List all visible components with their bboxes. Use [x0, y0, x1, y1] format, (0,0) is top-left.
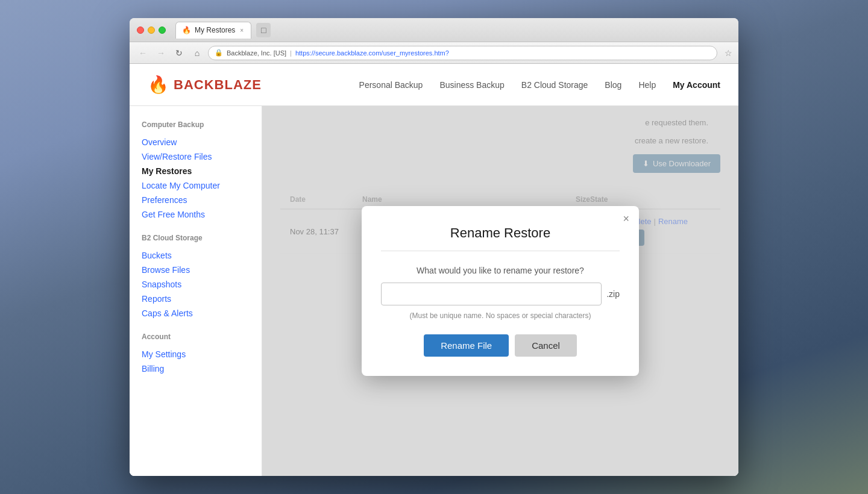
logo: 🔥 BACKBLAZE: [148, 75, 262, 95]
sidebar-item-snapshots[interactable]: Snapshots: [142, 277, 250, 292]
nav-blog[interactable]: Blog: [605, 80, 621, 90]
flame-icon: 🔥: [148, 75, 169, 95]
modal-divider: [381, 251, 620, 251]
navigation-bar: ← → ↻ ⌂ 🔒 Backblaze, Inc. [US] | https:/…: [130, 42, 738, 64]
sidebar: Computer Backup Overview View/Restore Fi…: [130, 106, 262, 476]
rename-input[interactable]: [381, 283, 602, 305]
sidebar-section-account-label: Account: [142, 333, 250, 341]
logo-text-black: BACK: [174, 77, 215, 92]
sidebar-item-reports[interactable]: Reports: [142, 292, 250, 306]
modal-label: What would you like to rename your resto…: [381, 266, 620, 275]
new-tab-button[interactable]: □: [256, 23, 271, 37]
close-window-button[interactable]: [137, 27, 144, 34]
address-domain: Backblaze, Inc. [US]: [227, 49, 286, 57]
active-tab[interactable]: 🔥 My Restores ×: [175, 22, 251, 39]
tab-favicon: 🔥: [182, 26, 191, 34]
sidebar-item-browse-files[interactable]: Browse Files: [142, 263, 250, 277]
tab-bar: 🔥 My Restores × □: [175, 22, 731, 39]
sidebar-item-caps-alerts[interactable]: Caps & Alerts: [142, 306, 250, 320]
cancel-button[interactable]: Cancel: [515, 334, 577, 357]
address-separator: |: [290, 49, 292, 57]
minimize-window-button[interactable]: [148, 27, 155, 34]
modal-title: Rename Restore: [381, 225, 620, 241]
nav-personal-backup[interactable]: Personal Backup: [359, 80, 423, 90]
logo-text-red: BLAZE: [215, 77, 262, 92]
sidebar-item-locate-my-computer[interactable]: Locate My Computer: [142, 178, 250, 193]
sidebar-item-my-restores[interactable]: My Restores: [142, 164, 250, 178]
maximize-window-button[interactable]: [159, 27, 166, 34]
sidebar-item-overview[interactable]: Overview: [142, 135, 250, 149]
page-content: 🔥 BACKBLAZE Personal Backup Business Bac…: [130, 64, 738, 476]
modal-buttons: Rename File Cancel: [381, 334, 620, 357]
zip-suffix: .zip: [606, 289, 620, 299]
sidebar-section-b2-label: B2 Cloud Storage: [142, 234, 250, 242]
logo-text: BACKBLAZE: [174, 77, 262, 93]
sidebar-section-computer-backup-label: Computer Backup: [142, 120, 250, 129]
home-button[interactable]: ⌂: [190, 46, 204, 60]
traffic-lights: [137, 27, 166, 34]
sidebar-item-get-free-months[interactable]: Get Free Months: [142, 207, 250, 222]
nav-business-backup[interactable]: Business Backup: [439, 80, 504, 90]
tab-title: My Restores: [195, 26, 235, 34]
main-content: e requested them. create a new restore. …: [262, 106, 738, 476]
forward-button[interactable]: →: [154, 46, 168, 60]
sidebar-item-preferences[interactable]: Preferences: [142, 193, 250, 207]
modal-close-button[interactable]: ×: [623, 213, 629, 224]
nav-b2-cloud-storage[interactable]: B2 Cloud Storage: [521, 80, 588, 90]
nav-help[interactable]: Help: [638, 80, 656, 90]
sidebar-item-my-settings[interactable]: My Settings: [142, 347, 250, 361]
page-body: Computer Backup Overview View/Restore Fi…: [130, 106, 738, 476]
ssl-lock-icon: 🔒: [215, 49, 223, 57]
back-button[interactable]: ←: [136, 46, 150, 60]
reload-button[interactable]: ↻: [172, 46, 186, 60]
title-bar: 🔥 My Restores × □: [130, 18, 738, 42]
main-nav: Personal Backup Business Backup B2 Cloud…: [359, 80, 720, 90]
site-header: 🔥 BACKBLAZE Personal Backup Business Bac…: [130, 64, 738, 106]
address-url: https://secure.backblaze.com/user_myrest…: [295, 49, 449, 57]
tab-close-button[interactable]: ×: [239, 27, 245, 34]
modal-hint: (Must be unique name. No spaces or speci…: [381, 311, 620, 320]
nav-my-account[interactable]: My Account: [673, 80, 720, 90]
sidebar-item-buckets[interactable]: Buckets: [142, 248, 250, 263]
sidebar-item-billing[interactable]: Billing: [142, 361, 250, 376]
sidebar-item-view-restore-files[interactable]: View/Restore Files: [142, 149, 250, 164]
modal-overlay: × Rename Restore What would you like to …: [262, 106, 738, 476]
rename-file-button[interactable]: Rename File: [424, 334, 509, 357]
rename-restore-modal: × Rename Restore What would you like to …: [362, 206, 639, 376]
address-bar[interactable]: 🔒 Backblaze, Inc. [US] | https://secure.…: [208, 46, 717, 60]
browser-window: 🔥 My Restores × □ ← → ↻ ⌂ 🔒 Backblaze, I…: [130, 18, 738, 476]
modal-input-row: .zip: [381, 283, 620, 305]
bookmark-button[interactable]: ☆: [725, 48, 732, 58]
